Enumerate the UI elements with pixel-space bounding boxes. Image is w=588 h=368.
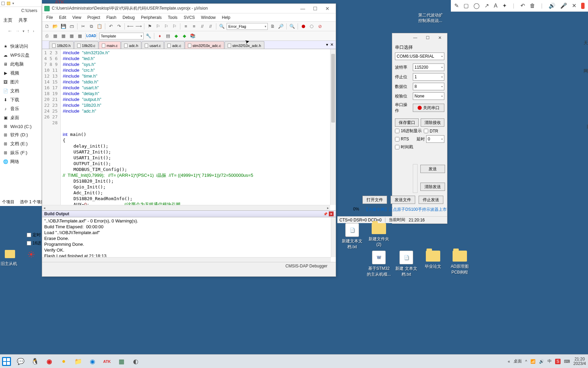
bookmark-next-icon[interactable]: ⚐ xyxy=(163,23,170,30)
bookmark-prev-icon[interactable]: ⚐ xyxy=(155,23,161,30)
keyboard-icon[interactable]: ⌨ xyxy=(564,359,570,364)
horizontal-scrollbar[interactable] xyxy=(42,257,331,262)
build-output-header[interactable]: Build Output 📌 × xyxy=(42,210,336,217)
file-tab[interactable]: stm32f10x_adc.c xyxy=(185,41,224,49)
tree-item[interactable]: ⬇下载 xyxy=(0,95,42,104)
explorer-address[interactable]: C:\Users xyxy=(21,8,37,16)
tree-item[interactable]: ⊞文档 (E:) xyxy=(0,139,42,148)
minimize-icon[interactable]: — xyxy=(297,4,309,13)
desktop-label[interactable]: 控制系统说... xyxy=(418,18,442,24)
ribbon-tab-share[interactable]: 共享 xyxy=(19,17,27,23)
app-icon[interactable]: ● xyxy=(59,357,69,366)
minimize-icon[interactable]: — xyxy=(410,34,420,42)
desktop-folder[interactable]: 毕业论文 xyxy=(421,251,445,269)
rebuild-icon[interactable]: ▦ xyxy=(60,33,67,39)
breakpoint-kill-icon[interactable]: ⊘ xyxy=(316,23,323,30)
vertical-scrollbar[interactable] xyxy=(331,217,336,257)
manage-icon[interactable]: ♦ xyxy=(156,33,163,39)
code-area[interactable]: #include "stm32f10x.h" #include "led.h" … xyxy=(61,49,336,210)
back-icon[interactable]: ← xyxy=(8,28,12,34)
translate-icon[interactable]: ⎙ xyxy=(44,33,50,39)
desktop-label[interactable]: 第二代波动扩 xyxy=(418,12,443,18)
menu-file[interactable]: File xyxy=(44,14,56,21)
keil-taskbar-icon[interactable]: ▦ xyxy=(117,357,126,366)
indent-icon[interactable]: ≡ xyxy=(182,23,189,30)
close-icon[interactable]: ✕ xyxy=(435,34,445,42)
new-icon[interactable]: 🗋 xyxy=(44,23,50,30)
qq-icon[interactable]: 🐧 xyxy=(30,357,40,366)
build-output[interactable]: "..\OBJ\Template.axf" - 0 Error(s), 0 Wa… xyxy=(42,217,336,262)
history-icon[interactable]: ▾ xyxy=(23,29,24,33)
delay-combo[interactable]: 0 xyxy=(426,135,444,143)
wifi-icon[interactable]: 📶 xyxy=(530,359,536,364)
comment-icon[interactable]: // xyxy=(199,23,206,30)
file-tab[interactable]: 18b20.c xyxy=(74,41,98,49)
send-file-button[interactable]: 发送文件 xyxy=(391,196,415,204)
desktop-folder-label[interactable]: 旧主从机 xyxy=(1,261,17,267)
app-icon[interactable]: ◐ xyxy=(131,357,141,366)
pack-icon[interactable]: ◆ xyxy=(181,33,188,39)
dtr-checkbox[interactable] xyxy=(424,129,428,133)
netease-icon[interactable]: ◉ xyxy=(45,357,54,366)
manage-rte-icon[interactable]: ▤ xyxy=(165,33,171,39)
file-tab[interactable]: usart.c xyxy=(142,41,164,49)
menu-debug[interactable]: Debug xyxy=(120,14,137,21)
gear-icon[interactable] xyxy=(27,251,35,258)
outdent-icon[interactable]: ≡ xyxy=(191,23,197,30)
horizontal-scrollbar[interactable]: ◂▸ xyxy=(42,205,330,210)
desktop-file[interactable]: 📄新建 文本文 档.txt xyxy=(394,251,418,277)
ime-label[interactable]: 中 xyxy=(548,358,552,364)
maximize-icon[interactable]: ☐ xyxy=(422,34,433,42)
close-icon[interactable]: ✕ xyxy=(321,4,334,13)
tray-overflow-icon[interactable]: « xyxy=(508,359,510,364)
file-tab[interactable]: adc.c xyxy=(164,41,184,49)
tree-item[interactable]: 🌐网络 xyxy=(0,157,42,166)
up-icon[interactable]: ↑ xyxy=(27,28,29,34)
speaker-icon[interactable]: 🔊 xyxy=(549,2,555,9)
code-editor[interactable]: 1 2 3 4 5 6 7 8 9 10 11 12 13 14 15 16 1… xyxy=(42,49,336,210)
open-icon[interactable]: 📂 xyxy=(52,23,59,30)
file-tab[interactable]: main.c xyxy=(99,41,121,49)
mic-icon[interactable]: 🎤 xyxy=(560,2,567,9)
tree-item[interactable]: 🖥此电脑 xyxy=(0,60,42,69)
target-combo[interactable]: Template xyxy=(99,33,144,39)
tree-item[interactable]: ⊞Win10 (C:) xyxy=(0,122,42,130)
magic-icon[interactable]: ✦ xyxy=(502,2,507,9)
checkbox-timer[interactable]: 定时 xyxy=(27,232,41,238)
bookmark-clear-icon[interactable]: ⚐ xyxy=(171,23,178,30)
hex-display-checkbox[interactable] xyxy=(395,129,399,133)
redo-icon[interactable]: ↷ xyxy=(116,23,122,30)
file-tab[interactable]: stm32f10x_adc.h xyxy=(225,41,264,49)
parity-combo[interactable]: None xyxy=(413,92,444,100)
save-all-icon[interactable]: 🗃 xyxy=(68,23,75,30)
tray-desktop-label[interactable]: 桌面 xyxy=(514,358,522,364)
clear-tx-button[interactable]: 清除发送 xyxy=(420,183,445,191)
folder-icon[interactable] xyxy=(5,250,15,258)
start-button[interactable] xyxy=(2,357,11,366)
menu-project[interactable]: Project xyxy=(85,14,103,21)
desktop-folder[interactable]: 新建文件夹 (2) xyxy=(367,223,391,247)
pencil-icon[interactable]: ✎ xyxy=(454,2,459,9)
incremental-find-icon[interactable]: 🔎 xyxy=(277,23,284,30)
forward-icon[interactable]: → xyxy=(15,28,20,34)
close-icon[interactable]: ✕ xyxy=(572,2,576,9)
nav-back-icon[interactable]: ⟵ xyxy=(127,23,134,30)
baud-combo[interactable]: 115200 xyxy=(413,64,444,71)
find-combo[interactable]: Error_Flag xyxy=(227,23,268,30)
vertical-scrollbar[interactable] xyxy=(413,164,418,193)
tab-list-icon[interactable]: ▾ xyxy=(326,42,328,47)
find-icon[interactable]: 🔍 xyxy=(218,23,225,30)
path-chevron-icon[interactable]: › xyxy=(33,29,34,33)
tray-date[interactable]: 2023/4 xyxy=(573,361,586,366)
circle-icon[interactable]: ◯ xyxy=(473,2,480,9)
open-file-button[interactable]: 打开文件 xyxy=(362,196,387,204)
tray-chevron-icon[interactable]: ^ xyxy=(525,359,527,364)
port-combo[interactable]: COM6:USB-SERIAL xyxy=(395,53,444,60)
cut-icon[interactable]: ✂ xyxy=(80,23,86,30)
books-icon[interactable]: 📚 xyxy=(189,33,196,39)
data-combo[interactable]: 8 xyxy=(413,83,444,90)
save-icon[interactable]: 💾 xyxy=(60,23,67,30)
menu-flash[interactable]: Flash xyxy=(104,14,119,21)
desktop-file[interactable]: W基于STM32 的主从机模... xyxy=(367,251,391,277)
menu-edit[interactable]: Edit xyxy=(56,14,69,21)
